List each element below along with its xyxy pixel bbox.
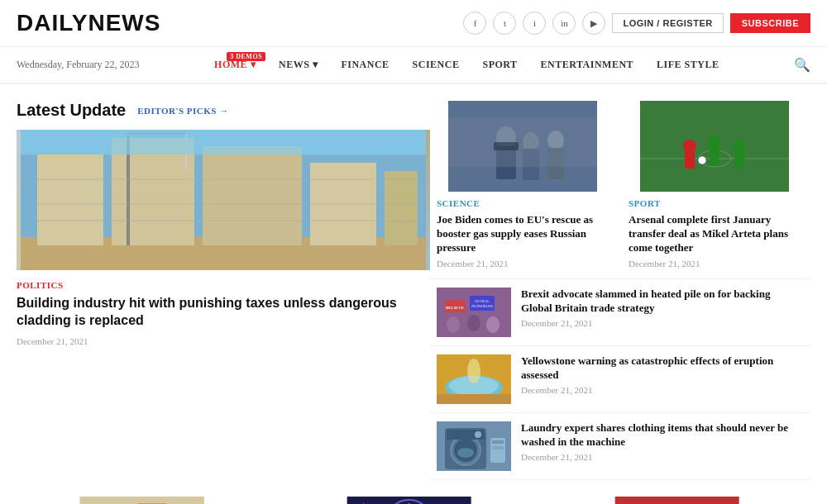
svg-point-28 [708, 136, 721, 149]
nav-item-science[interactable]: SCIENCE [401, 47, 471, 83]
brexit-article-title[interactable]: Brexit advocate slammed in heated pile o… [521, 288, 804, 316]
svg-rect-56 [492, 446, 504, 449]
search-icon[interactable]: 🔍 [794, 57, 810, 73]
brexit-article-date: December 21, 2021 [521, 318, 804, 328]
main-article-category: Politics [17, 280, 430, 290]
svg-text:NO DEAL: NO DEAL [475, 299, 490, 303]
biden-article-image [437, 101, 609, 192]
yellowstone-article-title[interactable]: Yellowstone warning as catastrophic effe… [521, 354, 804, 383]
svg-rect-27 [685, 152, 695, 169]
subscribe-button[interactable]: SUBSCRIBE [730, 13, 810, 33]
svg-point-39 [447, 316, 460, 333]
svg-text:NO PROBLEM: NO PROBLEM [471, 304, 493, 308]
svg-rect-21 [448, 117, 597, 167]
laundry-article-image [437, 421, 511, 471]
svg-rect-2 [37, 155, 103, 245]
svg-rect-4 [203, 146, 302, 245]
nav-item-home[interactable]: HOME 3 DEMOS ▾ [203, 47, 267, 83]
spiderman-article: Entertainment Theory: Tom Holland's Pete… [543, 497, 810, 504]
news-dropdown-arrow: ▾ [313, 59, 318, 70]
svg-rect-29 [710, 148, 719, 166]
svg-point-26 [683, 140, 696, 153]
arsenal-article-date: December 21, 2021 [629, 259, 801, 269]
svg-rect-31 [734, 152, 744, 169]
brexit-article-row: BELIEVE NO DEAL NO PROBLEM Brexit advoca… [430, 279, 810, 346]
yellowstone-article-image [437, 354, 511, 404]
nav-item-finance[interactable]: FINANCE [329, 47, 400, 83]
facebook-icon[interactable]: f [463, 12, 486, 35]
svg-point-32 [698, 156, 706, 164]
svg-rect-46 [437, 394, 511, 404]
top-right-articles: Science Joe Biden comes to EU's rescue a… [430, 101, 810, 279]
arsenal-article-category: Sport [629, 198, 801, 208]
latest-section: Latest Update EDITOR'S PICKS → [17, 101, 810, 480]
laundry-article-date: December 21, 2021 [521, 452, 804, 462]
svg-point-41 [486, 316, 500, 333]
finance-article: Finance Fear for many online retailers a… [17, 497, 275, 504]
nav-date: Wednesday, February 22, 2023 [17, 59, 140, 71]
horoscope-article: Life Style Daily horoscope: Your star si… [275, 497, 543, 504]
svg-rect-36 [470, 296, 495, 311]
arsenal-article-title[interactable]: Arsenal complete first January transfer … [629, 213, 801, 255]
twitter-icon[interactable]: t [493, 12, 516, 35]
biden-article-date: December 21, 2021 [437, 259, 609, 269]
laundry-article-title[interactable]: Laundry expert shares clothing items tha… [521, 421, 804, 449]
svg-rect-6 [385, 171, 418, 245]
finance-article-image [17, 497, 267, 504]
main-article-image [17, 130, 430, 270]
nav-item-news[interactable]: NEWS ▾ [267, 47, 329, 83]
latest-right: Science Joe Biden comes to EU's rescue a… [430, 101, 810, 480]
svg-rect-55 [492, 440, 504, 444]
brexit-article-text: Brexit advocate slammed in heated pile o… [521, 288, 804, 329]
bottom-articles: Finance Fear for many online retailers a… [17, 497, 810, 504]
nav-item-lifestyle[interactable]: LIFE STYLE [645, 47, 730, 83]
linkedin-icon[interactable]: in [552, 12, 576, 35]
main-content: DAILYNEWS Latest Update EDITOR'S PICKS → [0, 84, 827, 504]
yellowstone-article-text: Yellowstone warning as catastrophic effe… [521, 354, 804, 396]
svg-rect-82 [614, 497, 739, 504]
youtube-icon[interactable]: ▶ [582, 12, 605, 35]
biden-article-category: Science [437, 198, 609, 208]
svg-point-40 [467, 315, 480, 331]
biden-article: Science Joe Biden comes to EU's rescue a… [430, 101, 619, 278]
biden-article-title[interactable]: Joe Biden comes to EU's rescue as booste… [437, 213, 609, 255]
svg-rect-13 [21, 130, 426, 155]
editors-picks-link[interactable]: EDITOR'S PICKS → [137, 106, 229, 116]
nav-bar: Wednesday, February 22, 2023 HOME 3 DEMO… [0, 47, 827, 84]
svg-point-45 [467, 359, 480, 383]
main-article-title[interactable]: Building industry hit with punishing tax… [17, 295, 430, 330]
arsenal-article-image [629, 101, 801, 192]
yellowstone-article-date: December 21, 2021 [521, 385, 804, 395]
spiderman-article-image [552, 497, 802, 504]
section-title: Latest Update [17, 101, 126, 120]
top-header: DAILYNEWS f t i in ▶ LOGIN / REGISTER SU… [0, 0, 827, 47]
svg-point-51 [457, 448, 474, 458]
arsenal-article: Sport Arsenal complete first January tra… [619, 101, 810, 278]
svg-rect-58 [80, 497, 204, 504]
nav-links: HOME 3 DEMOS ▾ NEWS ▾ FINANCE SCIENCE SP… [203, 47, 730, 83]
nav-item-sport[interactable]: SPORT [471, 47, 528, 83]
svg-text:BELIEVE: BELIEVE [446, 306, 465, 310]
latest-left: Latest Update EDITOR'S PICKS → [17, 101, 430, 480]
laundry-article-row: Laundry expert shares clothing items tha… [430, 413, 810, 480]
main-article-date: December 21, 2021 [17, 336, 430, 346]
laundry-article-text: Laundry expert shares clothing items tha… [521, 421, 804, 463]
site-logo: DAILYNEWS [17, 10, 160, 36]
horoscope-article-image [284, 497, 534, 504]
demos-badge: 3 DEMOS [227, 52, 265, 61]
svg-point-53 [475, 431, 481, 438]
header-icons: f t i in ▶ LOGIN / REGISTER SUBSCRIBE [463, 12, 810, 35]
svg-rect-22 [494, 142, 519, 150]
login-button[interactable]: LOGIN / REGISTER [612, 13, 723, 33]
brexit-article-image: BELIEVE NO DEAL NO PROBLEM [437, 288, 511, 337]
nav-item-entertainment[interactable]: ENTERTAINMENT [529, 47, 646, 83]
yellowstone-article-row: Yellowstone warning as catastrophic effe… [430, 346, 810, 413]
svg-point-30 [733, 140, 746, 153]
instagram-icon[interactable]: i [523, 12, 546, 35]
section-header: Latest Update EDITOR'S PICKS → [17, 101, 430, 120]
